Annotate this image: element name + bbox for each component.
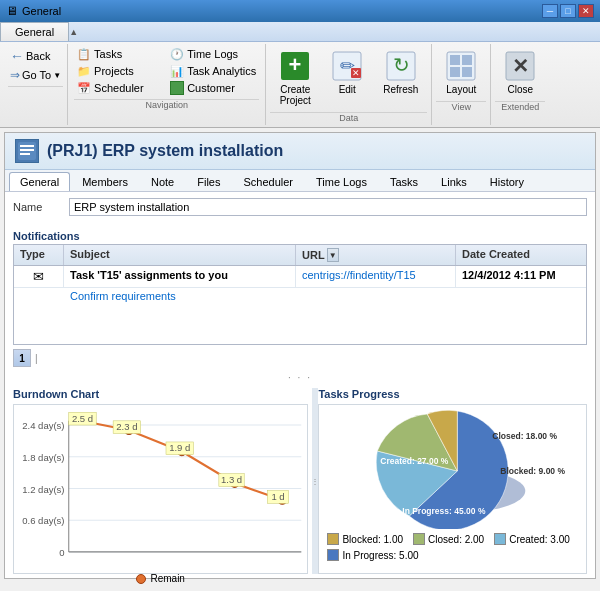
close-window-button[interactable]: ✕ bbox=[578, 4, 594, 18]
tasks-progress-title: Tasks Progress bbox=[318, 388, 587, 400]
svg-text:In Progress: 45.00 %: In Progress: 45.00 % bbox=[403, 506, 487, 516]
layout-button[interactable]: Layout bbox=[436, 46, 486, 99]
pie-svg: Closed: 18.00 % Blocked: 9.00 % Created:… bbox=[323, 409, 582, 529]
svg-text:1.2 day(s): 1.2 day(s) bbox=[22, 484, 64, 495]
created-label: Created: 3.00 bbox=[509, 534, 570, 545]
nav-item-timelogs[interactable]: 🕐 Time Logs bbox=[167, 46, 259, 62]
refresh-button[interactable]: ↻ Refresh bbox=[374, 46, 427, 99]
tab-files[interactable]: Files bbox=[186, 172, 231, 191]
back-label: Back bbox=[26, 50, 50, 62]
data-buttons: + CreateProject ✏ ✕ Edi bbox=[270, 46, 427, 110]
back-icon: ← bbox=[10, 48, 24, 64]
notif-url: centrigs://findentity/T15 bbox=[296, 266, 456, 287]
scheduler-icon: 📅 bbox=[77, 81, 91, 95]
create-project-label: CreateProject bbox=[280, 84, 311, 106]
tasks-icon: 📋 bbox=[77, 47, 91, 61]
inprogress-color bbox=[327, 549, 339, 561]
form-area: Name bbox=[5, 192, 595, 226]
title-bar-controls: ─ □ ✕ bbox=[542, 4, 594, 18]
tab-members[interactable]: Members bbox=[71, 172, 139, 191]
header-date: Date Created bbox=[456, 245, 586, 265]
extended-group: ✕ Close Extended bbox=[491, 44, 549, 125]
notif-date: 12/4/2012 4:11 PM bbox=[456, 266, 586, 287]
pie-chart: Closed: 18.00 % Blocked: 9.00 % Created:… bbox=[318, 404, 587, 574]
tab-note[interactable]: Note bbox=[140, 172, 185, 191]
tab-general[interactable]: General bbox=[9, 172, 70, 191]
notification-row-0: ✉ Task 'T15' assignments to you centrigs… bbox=[14, 266, 586, 288]
nav-item-projects[interactable]: 📁 Projects bbox=[74, 63, 166, 79]
nav-item-taskanalytics[interactable]: 📊 General Task Analytics bbox=[167, 63, 259, 79]
close-icon: ✕ bbox=[504, 50, 536, 82]
tasks-progress-container: Tasks Progress bbox=[318, 388, 587, 574]
layout-label: Layout bbox=[446, 84, 476, 95]
tab-scheduler[interactable]: Scheduler bbox=[232, 172, 304, 191]
notifications-table: Type Subject URL ▼ Date Created ✉ Task '… bbox=[13, 244, 587, 345]
minimize-button[interactable]: ─ bbox=[542, 4, 558, 18]
nav-item-tasks-label: Tasks bbox=[94, 48, 122, 60]
ribbon: General ▲ ← Back ⇒ Go To ▼ 📋 Tasks bbox=[0, 22, 600, 128]
name-row: Name bbox=[13, 198, 587, 216]
closed-label: Closed: 2.00 bbox=[428, 534, 484, 545]
create-project-button[interactable]: + CreateProject bbox=[270, 46, 320, 110]
remain-label: Remain bbox=[150, 573, 184, 584]
svg-text:Closed: 18.00 %: Closed: 18.00 % bbox=[493, 431, 558, 441]
svg-rect-12 bbox=[462, 67, 472, 77]
svg-text:1.8 day(s): 1.8 day(s) bbox=[22, 452, 64, 463]
content-icon bbox=[15, 139, 39, 163]
svg-text:1 d: 1 d bbox=[271, 491, 284, 502]
notif-subrow-link[interactable]: Confirm requirements bbox=[70, 290, 176, 302]
tab-tasks[interactable]: Tasks bbox=[379, 172, 429, 191]
burndown-chart: 2.4 day(s) 1.8 day(s) 1.2 day(s) 0.6 day… bbox=[13, 404, 308, 574]
ribbon-tab-arrow[interactable]: ▲ bbox=[69, 22, 78, 41]
ribbon-tab-general[interactable]: General bbox=[0, 22, 69, 41]
burndown-chart-container: Burndown Chart 2.4 day(s) 1.8 day(s) 1.2… bbox=[13, 388, 308, 574]
svg-text:+: + bbox=[289, 52, 302, 77]
tab-history[interactable]: History bbox=[479, 172, 535, 191]
blocked-color bbox=[327, 533, 339, 545]
view-group: Layout View bbox=[432, 44, 491, 125]
nav-item-customer[interactable]: Customer bbox=[167, 80, 259, 96]
tab-timelogs[interactable]: Time Logs bbox=[305, 172, 378, 191]
notif-url-link[interactable]: centrigs://findentity/T15 bbox=[302, 269, 416, 281]
timelogs-icon: 🕐 bbox=[170, 47, 184, 61]
goto-arrow-icon: ▼ bbox=[53, 71, 61, 80]
nav-item-taskanalytics-text: Task Analytics bbox=[187, 65, 256, 77]
goto-label: Go To bbox=[22, 69, 51, 81]
svg-text:✕: ✕ bbox=[512, 55, 529, 77]
refresh-label: Refresh bbox=[383, 84, 418, 95]
svg-text:2.4 day(s): 2.4 day(s) bbox=[22, 420, 64, 431]
pagination: 1 | bbox=[5, 345, 595, 371]
nav-item-customer-label: Customer bbox=[187, 82, 235, 94]
svg-rect-17 bbox=[20, 149, 34, 151]
ribbon-content: ← Back ⇒ Go To ▼ 📋 Tasks 🕐 Time Logs bbox=[0, 42, 600, 127]
goto-button[interactable]: ⇒ Go To ▼ bbox=[8, 66, 63, 84]
name-input[interactable] bbox=[69, 198, 587, 216]
layout-icon bbox=[445, 50, 477, 82]
nav-item-tasks[interactable]: 📋 Tasks bbox=[74, 46, 166, 62]
page-1-button[interactable]: 1 bbox=[13, 349, 31, 367]
burndown-svg: 2.4 day(s) 1.8 day(s) 1.2 day(s) 0.6 day… bbox=[18, 409, 303, 569]
url-dropdown-button[interactable]: ▼ bbox=[327, 248, 339, 262]
edit-label: Edit bbox=[339, 84, 356, 95]
maximize-button[interactable]: □ bbox=[560, 4, 576, 18]
extended-group-label: Extended bbox=[495, 101, 545, 112]
nav-item-scheduler[interactable]: 📅 Scheduler bbox=[74, 80, 166, 96]
refresh-icon: ↻ bbox=[385, 50, 417, 82]
nav-group-label bbox=[8, 86, 63, 87]
tab-links[interactable]: Links bbox=[430, 172, 478, 191]
svg-text:1.9 d: 1.9 d bbox=[169, 442, 190, 453]
svg-text:2.5 d: 2.5 d bbox=[72, 413, 93, 424]
section-separator: · · · bbox=[5, 371, 595, 384]
notifications-label: Notifications bbox=[5, 226, 595, 244]
remain-dot-icon bbox=[136, 574, 146, 584]
svg-text:↻: ↻ bbox=[392, 54, 409, 76]
charts-area: Burndown Chart 2.4 day(s) 1.8 day(s) 1.2… bbox=[5, 384, 595, 578]
notif-type: ✉ bbox=[14, 266, 64, 287]
close-button[interactable]: ✕ Close bbox=[495, 46, 545, 99]
nav-item-timelogs-label: Time Logs bbox=[187, 48, 238, 60]
legend-created: Created: 3.00 bbox=[494, 533, 570, 545]
svg-text:1.3 d: 1.3 d bbox=[221, 474, 242, 485]
edit-button[interactable]: ✏ ✕ Edit bbox=[322, 46, 372, 99]
header-subject: Subject bbox=[64, 245, 296, 265]
back-button[interactable]: ← Back bbox=[8, 46, 52, 66]
